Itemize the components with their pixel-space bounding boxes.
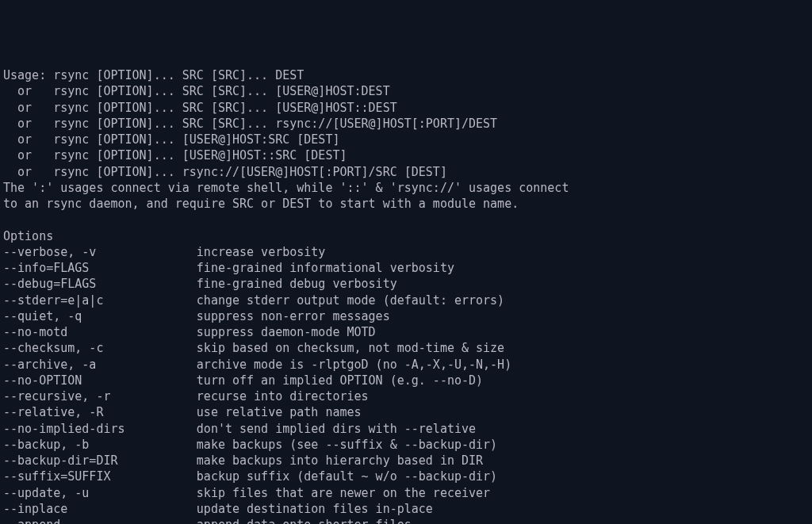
terminal-output: Usage: rsync [OPTION]... SRC [SRC]... DE… (3, 67, 812, 524)
